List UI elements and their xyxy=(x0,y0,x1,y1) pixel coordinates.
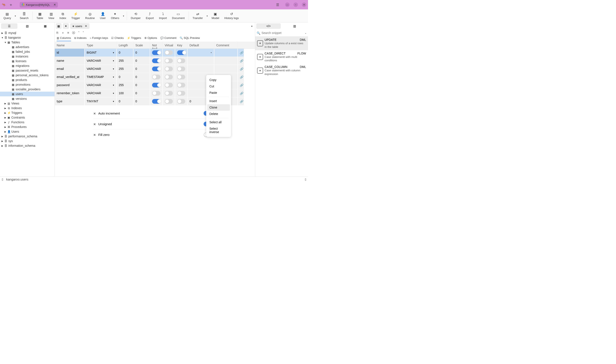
cell-type[interactable]: VARCHAR▼ xyxy=(85,81,117,89)
snippet-item[interactable]: ≡CASE_COLUMNDMLCase statementt with colu… xyxy=(255,64,308,78)
tree-table[interactable]: ▦products xyxy=(0,78,55,82)
others-button[interactable]: ✦Others xyxy=(109,11,121,21)
cell-notnull[interactable] xyxy=(150,57,163,65)
link-icon[interactable]: 🔗 xyxy=(240,59,244,63)
panel-right-icon[interactable]: ▯ xyxy=(305,178,306,181)
cell-key[interactable] xyxy=(175,81,188,89)
cell-scale[interactable]: 0 xyxy=(134,65,150,73)
cell-length[interactable]: 0 xyxy=(117,49,134,57)
cell-type[interactable]: BIGINT▼ xyxy=(85,49,117,57)
cell-key[interactable] xyxy=(175,73,188,81)
header-name[interactable]: Name xyxy=(55,42,85,49)
cell-link[interactable]: 🔗 xyxy=(238,49,244,57)
toggle[interactable] xyxy=(177,67,185,71)
ctx-delete[interactable]: Delete xyxy=(207,111,230,117)
rp-tab-model[interactable]: ▥ xyxy=(283,23,307,29)
ctx-cut[interactable]: Cut xyxy=(207,83,230,90)
tree-db-sys[interactable]: ▶🗄sys xyxy=(0,139,55,143)
tree-folder-functions[interactable]: ▶ƒFunctions xyxy=(0,120,55,125)
home-tab[interactable]: ▦ xyxy=(56,23,62,29)
cell-default[interactable] xyxy=(188,57,214,65)
toggle[interactable] xyxy=(165,75,173,79)
toggle[interactable] xyxy=(152,83,160,88)
transfer-dropdown-icon[interactable]: ▾ xyxy=(206,14,208,17)
save-icon[interactable]: ⎘ xyxy=(56,31,58,34)
close-icon[interactable]: ✕ xyxy=(85,25,87,27)
tree-table-users[interactable]: ▦users xyxy=(0,92,55,96)
routine-button[interactable]: ◎Routine xyxy=(83,11,97,21)
subtab-columns[interactable]: ▥Columns xyxy=(57,36,71,41)
cell-name[interactable]: id xyxy=(55,49,85,57)
cell-virtual[interactable] xyxy=(163,57,175,65)
tree-folder-tables[interactable]: ▼▦Tables xyxy=(0,40,55,45)
import-button[interactable]: ⤵Import xyxy=(157,11,169,21)
minimize-button[interactable]: — xyxy=(285,2,290,7)
close-icon[interactable]: ✕ xyxy=(54,3,56,7)
tree-table[interactable]: ▦password_resets xyxy=(0,68,55,73)
subtab-options[interactable]: ⚙Options xyxy=(144,36,157,41)
tree-folder-triggers[interactable]: ▶⚡Triggers xyxy=(0,110,55,115)
tree-db-perf[interactable]: ▶🗄performance_schema xyxy=(0,134,55,139)
cell-default[interactable]: ▼ xyxy=(188,49,214,57)
toggle[interactable] xyxy=(177,83,185,88)
table-button[interactable]: ▦Table xyxy=(34,11,45,21)
cell-link[interactable]: 🔗 xyxy=(238,81,244,89)
cell-link[interactable]: 🔗 xyxy=(238,73,244,81)
menu-icon[interactable]: ☰ xyxy=(276,3,279,7)
tree-folder-views[interactable]: ▶▥Views xyxy=(0,101,55,106)
toggle[interactable] xyxy=(177,99,185,104)
cell-length[interactable]: 0 xyxy=(117,73,134,81)
sidebar-tab-history[interactable]: ▦ xyxy=(37,23,54,29)
toggle[interactable] xyxy=(152,67,160,71)
toggle[interactable] xyxy=(177,59,185,63)
cell-type[interactable]: TINYINT▼ xyxy=(85,97,117,105)
tree-table[interactable]: ▦socialite_providers xyxy=(0,87,55,92)
tree-folder-users[interactable]: ▶👤Users xyxy=(0,129,55,134)
header-scale[interactable]: Scale xyxy=(134,42,150,49)
ctx-paste[interactable]: Paste xyxy=(207,90,230,96)
chevron-down-icon[interactable]: ⌄ xyxy=(305,32,307,34)
cell-type[interactable]: VARCHAR▼ xyxy=(85,89,117,97)
move-up-icon[interactable]: ˄ xyxy=(78,31,80,35)
query-dropdown-icon[interactable]: ▾ xyxy=(14,14,17,17)
editor-tab-users[interactable]: ▦ users ✕ xyxy=(70,23,89,29)
tree-table[interactable]: ▦versions xyxy=(0,96,55,101)
tree-table[interactable]: ▦licenses xyxy=(0,59,55,64)
toggle[interactable] xyxy=(177,75,185,79)
cancel-icon[interactable]: ⓧ xyxy=(72,31,75,35)
ctx-select-all[interactable]: Select all xyxy=(207,119,230,125)
toggle[interactable] xyxy=(165,59,173,63)
cell-name[interactable]: password xyxy=(55,81,85,89)
header-comment[interactable]: Comment xyxy=(214,42,238,49)
panel-left-icon[interactable]: ▯ xyxy=(2,178,3,181)
cell-name[interactable]: type xyxy=(55,97,85,105)
ctx-insert[interactable]: Insert xyxy=(207,98,230,104)
cell-key[interactable] xyxy=(175,97,188,105)
tree-folder-procedures[interactable]: ▶⌘Procedures xyxy=(0,125,55,129)
connection-tab[interactable]: Kangaroo@MySQL ✕ xyxy=(20,2,58,8)
cell-virtual[interactable] xyxy=(163,49,175,57)
cell-length[interactable]: 255 xyxy=(117,57,134,65)
header-default[interactable]: Default xyxy=(188,42,214,49)
toggle[interactable] xyxy=(152,99,160,104)
dumper-button[interactable]: ⟲Dumper xyxy=(129,11,143,21)
cell-type[interactable]: VARCHAR▼ xyxy=(85,57,117,65)
ctx-clone[interactable]: Clone xyxy=(207,104,230,111)
header-notnull[interactable]: Not Null xyxy=(150,42,163,49)
cell-scale[interactable]: 0 xyxy=(134,49,150,57)
cell-notnull[interactable] xyxy=(150,81,163,89)
cell-length[interactable]: 255 xyxy=(117,81,134,89)
tabs-dropdown-icon[interactable]: ▾ xyxy=(251,25,254,27)
toggle[interactable] xyxy=(165,91,173,96)
cell-key[interactable] xyxy=(175,49,188,57)
cell-virtual[interactable] xyxy=(163,73,175,81)
cell-scale[interactable]: 0 xyxy=(134,81,150,89)
sidebar-tab-tree[interactable]: ☰ xyxy=(1,23,17,29)
cell-comment[interactable] xyxy=(214,49,238,57)
remove-icon[interactable]: ≡ xyxy=(67,31,69,34)
toggle[interactable] xyxy=(165,51,173,55)
tree-table[interactable]: ▦failed_jobs xyxy=(0,49,55,54)
sidebar-tab-favorite[interactable]: ▧ xyxy=(19,23,35,29)
user-button[interactable]: 👤User xyxy=(98,11,108,21)
new-tab-button[interactable]: ＋ xyxy=(9,2,13,7)
